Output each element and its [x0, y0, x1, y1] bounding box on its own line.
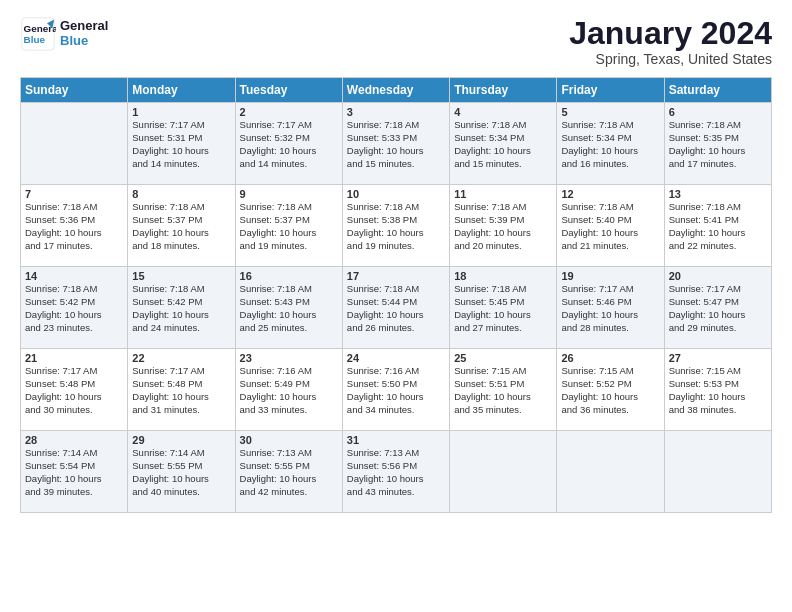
- day-number: 21: [25, 352, 123, 364]
- calendar-cell: 15Sunrise: 7:18 AM Sunset: 5:42 PM Dayli…: [128, 267, 235, 349]
- calendar-cell: 21Sunrise: 7:17 AM Sunset: 5:48 PM Dayli…: [21, 349, 128, 431]
- calendar-cell: 18Sunrise: 7:18 AM Sunset: 5:45 PM Dayli…: [450, 267, 557, 349]
- calendar-cell: 14Sunrise: 7:18 AM Sunset: 5:42 PM Dayli…: [21, 267, 128, 349]
- day-info: Sunrise: 7:16 AM Sunset: 5:49 PM Dayligh…: [240, 365, 338, 416]
- calendar-cell: [557, 431, 664, 513]
- calendar-cell: 20Sunrise: 7:17 AM Sunset: 5:47 PM Dayli…: [664, 267, 771, 349]
- calendar-cell: 13Sunrise: 7:18 AM Sunset: 5:41 PM Dayli…: [664, 185, 771, 267]
- calendar-cell: 27Sunrise: 7:15 AM Sunset: 5:53 PM Dayli…: [664, 349, 771, 431]
- day-info: Sunrise: 7:15 AM Sunset: 5:53 PM Dayligh…: [669, 365, 767, 416]
- day-number: 4: [454, 106, 552, 118]
- day-info: Sunrise: 7:17 AM Sunset: 5:48 PM Dayligh…: [25, 365, 123, 416]
- day-number: 26: [561, 352, 659, 364]
- calendar-cell: 25Sunrise: 7:15 AM Sunset: 5:51 PM Dayli…: [450, 349, 557, 431]
- calendar-week-row: 28Sunrise: 7:14 AM Sunset: 5:54 PM Dayli…: [21, 431, 772, 513]
- day-number: 28: [25, 434, 123, 446]
- day-info: Sunrise: 7:18 AM Sunset: 5:37 PM Dayligh…: [240, 201, 338, 252]
- day-number: 15: [132, 270, 230, 282]
- day-info: Sunrise: 7:18 AM Sunset: 5:36 PM Dayligh…: [25, 201, 123, 252]
- day-info: Sunrise: 7:18 AM Sunset: 5:41 PM Dayligh…: [669, 201, 767, 252]
- day-number: 14: [25, 270, 123, 282]
- day-number: 12: [561, 188, 659, 200]
- day-number: 10: [347, 188, 445, 200]
- calendar-cell: 3Sunrise: 7:18 AM Sunset: 5:33 PM Daylig…: [342, 103, 449, 185]
- calendar-cell: 23Sunrise: 7:16 AM Sunset: 5:49 PM Dayli…: [235, 349, 342, 431]
- day-number: 17: [347, 270, 445, 282]
- day-info: Sunrise: 7:16 AM Sunset: 5:50 PM Dayligh…: [347, 365, 445, 416]
- day-number: 6: [669, 106, 767, 118]
- day-info: Sunrise: 7:13 AM Sunset: 5:55 PM Dayligh…: [240, 447, 338, 498]
- day-info: Sunrise: 7:18 AM Sunset: 5:34 PM Dayligh…: [561, 119, 659, 170]
- day-info: Sunrise: 7:17 AM Sunset: 5:31 PM Dayligh…: [132, 119, 230, 170]
- day-number: 25: [454, 352, 552, 364]
- day-info: Sunrise: 7:18 AM Sunset: 5:44 PM Dayligh…: [347, 283, 445, 334]
- calendar-cell: 5Sunrise: 7:18 AM Sunset: 5:34 PM Daylig…: [557, 103, 664, 185]
- calendar-cell: [21, 103, 128, 185]
- day-info: Sunrise: 7:18 AM Sunset: 5:34 PM Dayligh…: [454, 119, 552, 170]
- weekday-header-tuesday: Tuesday: [235, 78, 342, 103]
- day-info: Sunrise: 7:17 AM Sunset: 5:46 PM Dayligh…: [561, 283, 659, 334]
- calendar-cell: [664, 431, 771, 513]
- day-number: 19: [561, 270, 659, 282]
- day-info: Sunrise: 7:13 AM Sunset: 5:56 PM Dayligh…: [347, 447, 445, 498]
- calendar-week-row: 7Sunrise: 7:18 AM Sunset: 5:36 PM Daylig…: [21, 185, 772, 267]
- calendar-cell: 16Sunrise: 7:18 AM Sunset: 5:43 PM Dayli…: [235, 267, 342, 349]
- calendar-week-row: 21Sunrise: 7:17 AM Sunset: 5:48 PM Dayli…: [21, 349, 772, 431]
- svg-text:Blue: Blue: [24, 34, 46, 45]
- day-info: Sunrise: 7:18 AM Sunset: 5:39 PM Dayligh…: [454, 201, 552, 252]
- calendar-cell: 22Sunrise: 7:17 AM Sunset: 5:48 PM Dayli…: [128, 349, 235, 431]
- weekday-header-sunday: Sunday: [21, 78, 128, 103]
- day-number: 3: [347, 106, 445, 118]
- day-number: 11: [454, 188, 552, 200]
- day-number: 9: [240, 188, 338, 200]
- day-number: 27: [669, 352, 767, 364]
- day-info: Sunrise: 7:15 AM Sunset: 5:52 PM Dayligh…: [561, 365, 659, 416]
- day-info: Sunrise: 7:18 AM Sunset: 5:35 PM Dayligh…: [669, 119, 767, 170]
- day-number: 18: [454, 270, 552, 282]
- calendar-table: SundayMondayTuesdayWednesdayThursdayFrid…: [20, 77, 772, 513]
- day-number: 5: [561, 106, 659, 118]
- calendar-cell: 31Sunrise: 7:13 AM Sunset: 5:56 PM Dayli…: [342, 431, 449, 513]
- day-number: 1: [132, 106, 230, 118]
- page-header: General Blue General Blue January 2024 S…: [20, 16, 772, 67]
- logo: General Blue General Blue: [20, 16, 108, 52]
- weekday-header-thursday: Thursday: [450, 78, 557, 103]
- calendar-cell: 11Sunrise: 7:18 AM Sunset: 5:39 PM Dayli…: [450, 185, 557, 267]
- day-number: 30: [240, 434, 338, 446]
- day-number: 24: [347, 352, 445, 364]
- day-info: Sunrise: 7:18 AM Sunset: 5:42 PM Dayligh…: [25, 283, 123, 334]
- calendar-cell: 7Sunrise: 7:18 AM Sunset: 5:36 PM Daylig…: [21, 185, 128, 267]
- weekday-header-monday: Monday: [128, 78, 235, 103]
- calendar-cell: 19Sunrise: 7:17 AM Sunset: 5:46 PM Dayli…: [557, 267, 664, 349]
- calendar-cell: [450, 431, 557, 513]
- day-info: Sunrise: 7:17 AM Sunset: 5:48 PM Dayligh…: [132, 365, 230, 416]
- calendar-week-row: 14Sunrise: 7:18 AM Sunset: 5:42 PM Dayli…: [21, 267, 772, 349]
- month-title: January 2024: [569, 16, 772, 51]
- calendar-cell: 6Sunrise: 7:18 AM Sunset: 5:35 PM Daylig…: [664, 103, 771, 185]
- weekday-header-saturday: Saturday: [664, 78, 771, 103]
- calendar-cell: 1Sunrise: 7:17 AM Sunset: 5:31 PM Daylig…: [128, 103, 235, 185]
- calendar-cell: 9Sunrise: 7:18 AM Sunset: 5:37 PM Daylig…: [235, 185, 342, 267]
- day-info: Sunrise: 7:17 AM Sunset: 5:32 PM Dayligh…: [240, 119, 338, 170]
- day-number: 13: [669, 188, 767, 200]
- calendar-cell: 26Sunrise: 7:15 AM Sunset: 5:52 PM Dayli…: [557, 349, 664, 431]
- day-number: 20: [669, 270, 767, 282]
- day-number: 23: [240, 352, 338, 364]
- day-info: Sunrise: 7:17 AM Sunset: 5:47 PM Dayligh…: [669, 283, 767, 334]
- day-number: 8: [132, 188, 230, 200]
- day-number: 7: [25, 188, 123, 200]
- day-number: 31: [347, 434, 445, 446]
- location: Spring, Texas, United States: [569, 51, 772, 67]
- day-info: Sunrise: 7:18 AM Sunset: 5:40 PM Dayligh…: [561, 201, 659, 252]
- calendar-cell: 30Sunrise: 7:13 AM Sunset: 5:55 PM Dayli…: [235, 431, 342, 513]
- day-number: 29: [132, 434, 230, 446]
- day-info: Sunrise: 7:18 AM Sunset: 5:33 PM Dayligh…: [347, 119, 445, 170]
- calendar-cell: 4Sunrise: 7:18 AM Sunset: 5:34 PM Daylig…: [450, 103, 557, 185]
- calendar-cell: 2Sunrise: 7:17 AM Sunset: 5:32 PM Daylig…: [235, 103, 342, 185]
- weekday-header-friday: Friday: [557, 78, 664, 103]
- calendar-cell: 10Sunrise: 7:18 AM Sunset: 5:38 PM Dayli…: [342, 185, 449, 267]
- calendar-cell: 29Sunrise: 7:14 AM Sunset: 5:55 PM Dayli…: [128, 431, 235, 513]
- day-info: Sunrise: 7:18 AM Sunset: 5:45 PM Dayligh…: [454, 283, 552, 334]
- calendar-cell: 24Sunrise: 7:16 AM Sunset: 5:50 PM Dayli…: [342, 349, 449, 431]
- weekday-header-wednesday: Wednesday: [342, 78, 449, 103]
